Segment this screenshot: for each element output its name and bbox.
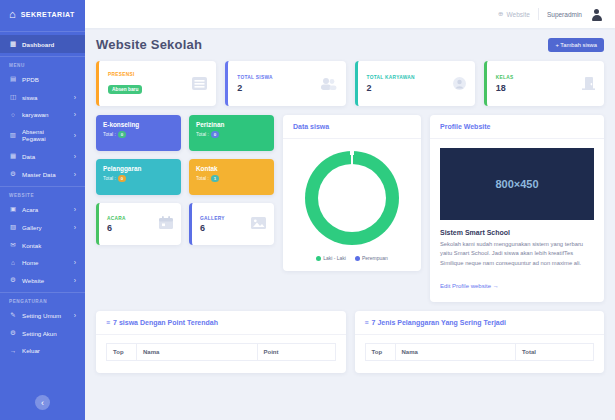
- profile-card-title: Profile Website: [430, 115, 604, 139]
- stat-card-presensi[interactable]: PRESENSI Absen baru: [96, 61, 216, 106]
- sidebar-item-label: Keluar: [22, 347, 40, 354]
- chevron-right-icon: ›: [74, 111, 76, 118]
- tile-label: Perizinan: [196, 121, 267, 128]
- brand[interactable]: ⌂ SEKRETARIAT: [0, 0, 85, 28]
- tile-pelanggaran[interactable]: Pelanggaran Total : 0: [96, 159, 181, 195]
- sidebar-item-label: Home: [22, 259, 39, 266]
- chevron-right-icon: ›: [74, 277, 76, 284]
- gallery-icon: ▨: [9, 223, 17, 231]
- sidebar-item-setting-umum[interactable]: ✎ Setting Umum ›: [0, 306, 85, 324]
- tile-total-label: Total :: [103, 176, 116, 181]
- divider: [538, 8, 539, 20]
- tile-kontak[interactable]: Kontak Total : 1: [189, 159, 274, 195]
- sidebar-item-label: Acara: [22, 206, 38, 213]
- sidebar-item-ppdb[interactable]: ▤ PPDB: [0, 70, 85, 88]
- tile-label: Pelanggaran: [103, 165, 174, 172]
- sidebar-item-label: Kontak: [22, 242, 41, 249]
- stat-label: TOTAL SISWA: [237, 75, 273, 80]
- sidebar-item-label: Dashboard: [22, 41, 54, 48]
- sidebar-item-data[interactable]: ▦ Data ›: [0, 147, 85, 165]
- username[interactable]: Superadmin: [547, 11, 582, 18]
- stat-label: KELAS: [496, 75, 514, 80]
- attendance-icon: ▥: [9, 131, 17, 139]
- profile-heading: Sistem Smart School: [440, 229, 594, 236]
- logout-icon: →: [9, 347, 17, 354]
- sidebar-item-kontak[interactable]: ✉ Kontak: [0, 236, 85, 254]
- tile-e-konseling[interactable]: E-konseling Total : 0: [96, 115, 181, 151]
- sidebar-item-label: Gallery: [22, 224, 42, 231]
- sidebar-item-acara[interactable]: ▣ Acara ›: [0, 200, 85, 218]
- stats-row: PRESENSI Absen baru TOTAL SISWA 2 TOTA: [96, 61, 604, 106]
- image-icon: [251, 215, 266, 233]
- count-badge: 0: [211, 131, 219, 138]
- sidebar-item-dashboard[interactable]: ▦ Dashboard: [0, 35, 85, 53]
- profile-website-card: Profile Website 800×450 Sistem Smart Sch…: [430, 115, 604, 302]
- legend-label: Laki - Laki: [323, 255, 346, 261]
- calendar-icon: [159, 215, 173, 233]
- home-logo-icon: ⌂: [9, 9, 16, 20]
- column-header-top: Top: [365, 343, 395, 360]
- sidebar-item-label: karyawan: [22, 111, 48, 118]
- table-card-point-terendah: ≡ 7 siswa Dengan Point Terendah Top Nama…: [96, 311, 346, 373]
- stat-card-total-karyawan[interactable]: TOTAL KARYAWAN 2: [355, 61, 475, 106]
- stat-card-kelas[interactable]: KELAS 18: [484, 61, 604, 106]
- sidebar-item-master-data[interactable]: ⚙ Master Data ›: [0, 165, 85, 183]
- topbar-website-link[interactable]: ⊕ Website: [498, 10, 530, 18]
- add-student-button[interactable]: + Tambah siswa: [548, 38, 604, 52]
- point-terendah-table: Top Nama Point: [106, 343, 336, 361]
- sidebar-item-setting-akun[interactable]: ⚙ Setting Akun: [0, 324, 85, 342]
- chevron-right-icon: ›: [74, 206, 76, 213]
- count-badge: 0: [118, 131, 126, 138]
- chevron-right-icon: ›: [74, 312, 76, 319]
- page-head: Website Sekolah + Tambah siswa: [96, 37, 604, 52]
- card-gallery[interactable]: GALLERY 6: [189, 203, 274, 245]
- students-icon: ◫: [9, 93, 17, 101]
- master-data-icon: ⚙: [9, 170, 17, 178]
- tile-perizinan[interactable]: Perizinan Total : 0: [189, 115, 274, 151]
- card-value: 6: [107, 223, 126, 233]
- chart-title: Data siswa: [283, 115, 421, 139]
- legend-label: Perempuan: [362, 255, 388, 261]
- table-header-row: Top Nama Total: [365, 343, 594, 360]
- topbar-website-label: Website: [507, 11, 530, 18]
- table-card-pelanggaran-sering: ≡ 7 Jenis Pelanggaran Yang Sering Terjad…: [355, 311, 605, 373]
- table-title: 7 Jenis Pelanggaran Yang Sering Terjadi: [372, 319, 506, 326]
- data-siswa-card: Data siswa Laki - Laki Perempuan: [283, 115, 421, 271]
- sidebar-section-pengaturan: PENGATURAN: [0, 296, 85, 306]
- sidebar-item-keluar[interactable]: → Keluar: [0, 342, 85, 359]
- tile-label: E-konseling: [103, 121, 174, 128]
- count-badge: 0: [118, 175, 126, 182]
- sidebar-item-label: PPDB: [22, 76, 39, 83]
- sidebar-section-website: WEBSITE: [0, 190, 85, 200]
- pelanggaran-table: Top Nama Total: [365, 343, 595, 361]
- mail-icon: ✉: [9, 241, 17, 249]
- legend-item-laki[interactable]: Laki - Laki: [316, 255, 346, 261]
- sidebar-item-gallery[interactable]: ▨ Gallery ›: [0, 218, 85, 236]
- sidebar-item-website[interactable]: ⚙ Website ›: [0, 271, 85, 289]
- sidebar-collapse-button[interactable]: ‹: [35, 395, 50, 410]
- list-icon: ≡: [106, 319, 110, 326]
- column-header-point: Point: [257, 343, 335, 360]
- stat-card-total-siswa[interactable]: TOTAL SISWA 2: [225, 61, 345, 106]
- card-acara[interactable]: ACARA 6: [96, 203, 181, 245]
- sidebar-item-home[interactable]: ⌂ Home ›: [0, 254, 85, 271]
- avatar[interactable]: [590, 8, 603, 21]
- sidebar: ⌂ SEKRETARIAT ▦ Dashboard MENU ▤ PPDB ◫ …: [0, 0, 85, 420]
- sidebar-section-menu: MENU: [0, 60, 85, 70]
- column-header-nama: Nama: [137, 343, 258, 360]
- legend-item-perempuan[interactable]: Perempuan: [355, 255, 388, 261]
- sidebar-item-karyawan[interactable]: ○ karyawan ›: [0, 106, 85, 123]
- ppdb-icon: ▤: [9, 75, 17, 83]
- card-label: GALLERY: [200, 216, 225, 221]
- door-icon: [582, 77, 595, 90]
- tile-total-label: Total :: [103, 132, 116, 137]
- sidebar-item-absensi-pegawai[interactable]: ▥ Absensi Pegawai ›: [0, 123, 85, 147]
- sidebar-item-siswa[interactable]: ◫ siswa ›: [0, 88, 85, 106]
- sidebar-item-label: Master Data: [22, 171, 56, 178]
- stat-value: 2: [237, 83, 273, 93]
- sidebar-item-label: Setting Akun: [22, 330, 57, 337]
- count-badge: 1: [211, 175, 219, 182]
- column-header-nama: Nama: [395, 343, 516, 360]
- stat-value: 2: [367, 83, 415, 93]
- edit-profile-link[interactable]: Edit Profile website →: [440, 283, 499, 289]
